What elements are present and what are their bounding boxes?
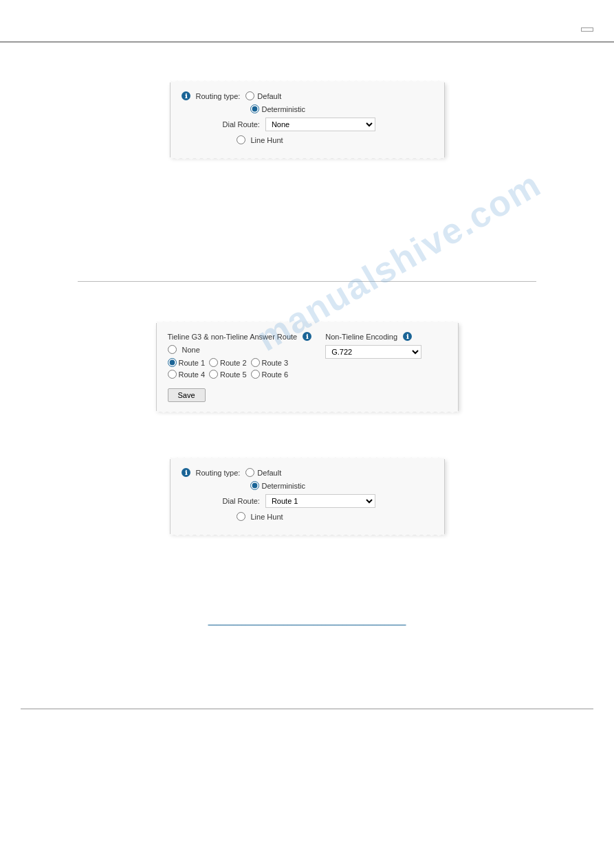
route-label-3[interactable]: Route 3 (262, 359, 289, 367)
route-label-4[interactable]: Route 4 (179, 370, 206, 379)
routing-card-2: ℹ Routing type: Default Deterministic Di… (170, 459, 445, 534)
routing-info-icon-1[interactable]: ℹ (182, 91, 190, 100)
spacer-5 (21, 626, 593, 695)
deterministic-row-2: Deterministic (250, 481, 433, 490)
routing-type-label-2: Routing type: (196, 469, 241, 477)
encoding-select[interactable]: G.722 G.711 G.728 G.729 (325, 345, 421, 359)
routing-type-row-2: ℹ Routing type: Default (182, 468, 433, 477)
routing-card-1: ℹ Routing type: Default Deterministic Di… (170, 82, 445, 157)
dial-route-row-1: Dial Route: None Route 1 Route 2 Route 3… (223, 118, 433, 131)
dial-route-row-2: Dial Route: None Route 1 Route 2 Route 3… (223, 494, 433, 508)
routing-info-icon-2[interactable]: ℹ (182, 468, 190, 477)
answer-none-radio[interactable] (168, 345, 177, 354)
encoding-info-icon[interactable]: ℹ (403, 332, 412, 341)
default-label-2[interactable]: Default (257, 469, 281, 477)
route-option-3: Route 3 (251, 358, 289, 367)
deterministic-label-1[interactable]: Deterministic (262, 105, 306, 113)
bottom-link[interactable]: ________________________________________… (208, 617, 406, 625)
answer-route-title: Tieline G3 & non-Tieline Answer Route (168, 333, 298, 341)
routing-type-label-1: Routing type: (196, 92, 241, 100)
route-label-6[interactable]: Route 6 (262, 370, 289, 379)
route-option-4: Route 4 (168, 370, 206, 379)
route-radio-3[interactable] (251, 358, 260, 367)
answer-route-right: Non-Tieline Encoding ℹ G.722 G.711 G.728… (325, 332, 449, 363)
route-radio-4[interactable] (168, 370, 177, 379)
answer-route-title-row: Tieline G3 & non-Tieline Answer Route ℹ (168, 332, 312, 341)
deterministic-radio-1[interactable] (250, 104, 259, 113)
dial-route-label-2: Dial Route: (223, 497, 260, 505)
save-button[interactable]: Save (168, 388, 206, 402)
bottom-border (21, 709, 593, 709)
answer-none-label[interactable]: None (182, 346, 200, 354)
default-label-1[interactable]: Default (257, 92, 281, 100)
encoding-label: Non-Tieline Encoding (325, 333, 397, 341)
deterministic-radio-2[interactable] (250, 481, 259, 490)
dial-route-label-1: Dial Route: (223, 120, 260, 129)
answer-route-left: Tieline G3 & non-Tieline Answer Route ℹ … (168, 332, 312, 402)
default-radio-1[interactable] (245, 91, 254, 100)
route-label-5[interactable]: Route 5 (220, 370, 247, 379)
save-button-container: Save (168, 384, 312, 402)
routing-type-row: ℹ Routing type: Default (182, 91, 433, 100)
line-hunt-row-1: Line Hunt (237, 135, 433, 144)
line-hunt-label-1[interactable]: Line Hunt (251, 136, 283, 144)
deterministic-label-2[interactable]: Deterministic (262, 482, 306, 490)
line-hunt-radio-2[interactable] (237, 512, 245, 521)
line-hunt-row-2: Line Hunt (237, 512, 433, 521)
route-option-2: Route 2 (209, 358, 247, 367)
route-option-1: Route 1 (168, 358, 206, 367)
bottom-link-container: ________________________________________… (21, 616, 593, 626)
route-radio-5[interactable] (209, 370, 218, 379)
answer-none-row: None (168, 345, 312, 354)
line-hunt-radio-1[interactable] (237, 135, 245, 144)
route-radio-1[interactable] (168, 358, 177, 367)
route-label-1[interactable]: Route 1 (179, 359, 206, 367)
deterministic-radio-group-1: Deterministic (250, 104, 306, 113)
line-hunt-label-2[interactable]: Line Hunt (251, 513, 283, 521)
route-options-row2: Route 4 Route 5 Route 6 (168, 370, 312, 379)
route-options-row1: Route 1 Route 2 Route 3 (168, 358, 312, 367)
route-option-5: Route 5 (209, 370, 247, 379)
deterministic-radio-group-2: Deterministic (250, 481, 306, 490)
dial-route-select-1[interactable]: None Route 1 Route 2 Route 3 Route 4 Rou… (265, 118, 375, 131)
default-radio-group-2: Default (245, 468, 281, 477)
mid-divider (78, 281, 536, 282)
encoding-title-row: Non-Tieline Encoding ℹ (325, 332, 449, 341)
deterministic-row-1: Deterministic (250, 104, 433, 113)
route-label-2[interactable]: Route 2 (220, 359, 247, 367)
route-radio-6[interactable] (251, 370, 260, 379)
answer-route-info-icon[interactable]: ℹ (303, 332, 311, 341)
dial-route-select-2[interactable]: None Route 1 Route 2 Route 3 Route 4 Rou… (265, 494, 375, 508)
spacer-2 (21, 296, 593, 323)
spacer-1 (21, 185, 593, 267)
route-radio-2[interactable] (209, 358, 218, 367)
default-radio-group-1: Default (245, 91, 281, 100)
answer-route-card: Tieline G3 & non-Tieline Answer Route ℹ … (156, 323, 459, 411)
route-option-6: Route 6 (251, 370, 289, 379)
encoding-select-row: G.722 G.711 G.728 G.729 (325, 345, 449, 359)
spacer-4 (21, 561, 593, 603)
default-radio-2[interactable] (245, 468, 254, 477)
